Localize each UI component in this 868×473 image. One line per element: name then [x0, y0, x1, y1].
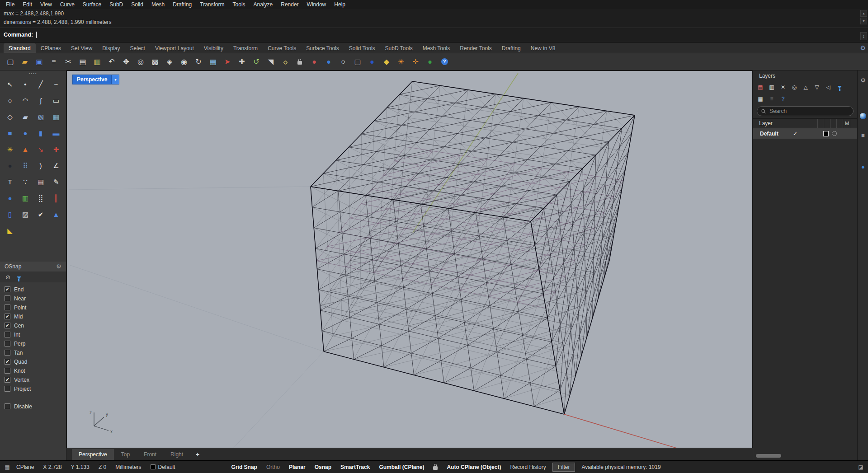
- point-button[interactable]: •: [18, 77, 33, 92]
- edit-points-button[interactable]: ∵: [18, 174, 33, 189]
- osnap-project-checkbox[interactable]: [5, 386, 10, 392]
- grid-points-button[interactable]: ⣿: [33, 191, 48, 206]
- osnap-end[interactable]: End: [5, 286, 61, 293]
- render-ball-button[interactable]: ●: [2, 191, 18, 206]
- ribbon-tab-transform[interactable]: Transform: [228, 43, 263, 53]
- menu-file[interactable]: File: [2, 0, 19, 9]
- ribbon-tab-viewport-layout[interactable]: Viewport Layout: [150, 43, 199, 53]
- pan-button[interactable]: ✥: [119, 55, 133, 69]
- lamp-button[interactable]: ☼: [278, 55, 292, 69]
- move-button[interactable]: ✚: [235, 55, 249, 69]
- extrude-button[interactable]: ▧: [33, 109, 48, 124]
- osnap-disable[interactable]: Disable: [5, 403, 61, 410]
- save-button[interactable]: ▣: [33, 55, 46, 69]
- ribbon-tab-surface-tools[interactable]: Surface Tools: [301, 43, 344, 53]
- display-panel-button[interactable]: [859, 112, 867, 120]
- smarttrack-toggle[interactable]: SmartTrack: [336, 464, 374, 470]
- paint-button[interactable]: ◆: [380, 55, 393, 69]
- osnap-quad-checkbox[interactable]: [5, 359, 10, 365]
- osnap-end-checkbox[interactable]: [5, 286, 10, 292]
- selection-filter[interactable]: Filter: [552, 463, 576, 472]
- auto-cplane-toggle[interactable]: Auto CPlane (Object): [442, 464, 505, 470]
- menu-view[interactable]: View: [36, 0, 56, 9]
- osnap-cen[interactable]: Cen: [5, 322, 61, 329]
- histogram-button[interactable]: ▥: [18, 191, 33, 206]
- ribbon-tab-subd-tools[interactable]: SubD Tools: [380, 43, 418, 53]
- circle-button[interactable]: ○: [2, 93, 18, 108]
- viewport-title-dropdown[interactable]: ▼: [111, 75, 119, 84]
- viewport-tab-top[interactable]: Top: [114, 449, 137, 460]
- menu-window[interactable]: Window: [303, 0, 330, 9]
- open-file-button[interactable]: ▰: [18, 55, 32, 69]
- print-button[interactable]: ≡: [47, 55, 61, 69]
- menu-subd[interactable]: SubD: [105, 0, 127, 9]
- menu-edit[interactable]: Edit: [19, 0, 36, 9]
- layer-material-icon[interactable]: [832, 131, 837, 136]
- scroll-up-button[interactable]: ▲: [860, 10, 867, 17]
- sun-button[interactable]: ☀: [394, 55, 408, 69]
- status-right-icon[interactable]: ◪: [856, 464, 865, 470]
- osnap-toggle[interactable]: Osnap: [310, 464, 336, 470]
- add-viewport-tab-button[interactable]: +: [190, 451, 205, 458]
- ribbon-tab-cplanes[interactable]: CPlanes: [36, 43, 66, 53]
- swatch-panel-button[interactable]: ■: [859, 131, 867, 139]
- layers-search-input[interactable]: [769, 108, 849, 115]
- arc-button[interactable]: ◠: [18, 93, 33, 108]
- units[interactable]: Millimeters: [111, 464, 146, 470]
- layer-row-default[interactable]: Default✓: [753, 128, 857, 139]
- gear-icon[interactable]: ⚙: [56, 263, 61, 270]
- paste-button[interactable]: ▥: [90, 55, 104, 69]
- move-layer-down-button[interactable]: ▽: [812, 83, 822, 92]
- lock-indicator[interactable]: [429, 464, 442, 470]
- osnap-cen-checkbox[interactable]: [5, 323, 10, 328]
- memory-readout[interactable]: Available physical memory: 1019: [577, 464, 665, 470]
- blob-button[interactable]: ●: [2, 158, 18, 173]
- osnap-mid-checkbox[interactable]: [5, 314, 10, 319]
- restore-view-button[interactable]: ➤: [221, 55, 234, 69]
- osnap-point-checkbox[interactable]: [5, 304, 10, 310]
- ortho-toggle[interactable]: Ortho: [262, 464, 284, 470]
- ribbon-tab-mesh-tools[interactable]: Mesh Tools: [418, 43, 455, 53]
- command-area[interactable]: max = 2.488,2.488,1.990dimensions = 2.48…: [0, 9, 868, 42]
- osnap-knot[interactable]: Knot: [5, 367, 61, 375]
- box-button[interactable]: ■: [2, 126, 18, 140]
- cone-button[interactable]: ▲: [48, 207, 64, 222]
- plane-button[interactable]: ▦: [48, 109, 64, 124]
- render-preview-button[interactable]: ○: [336, 55, 350, 69]
- render-button[interactable]: ●: [322, 55, 335, 69]
- coordinate-y[interactable]: Y 1.133: [66, 464, 94, 470]
- polyline-button[interactable]: ╱: [33, 77, 48, 92]
- delete-layer-button[interactable]: ✕: [778, 83, 788, 92]
- check-button[interactable]: ✔: [33, 207, 48, 222]
- new-file-button[interactable]: ▢: [4, 55, 17, 69]
- boolean-union-button[interactable]: ✚: [48, 142, 64, 157]
- command-prompt-row[interactable]: Command:: [0, 28, 868, 41]
- osnap-vertex-checkbox[interactable]: [5, 377, 10, 383]
- scale-button[interactable]: ◥: [264, 55, 278, 69]
- zoom-dynamic-button[interactable]: ◎: [134, 55, 147, 69]
- cylinder-button[interactable]: ▮: [33, 126, 48, 140]
- ribbon-tab-solid-tools[interactable]: Solid Tools: [344, 43, 380, 53]
- shaded-mode-button[interactable]: ●: [307, 55, 321, 69]
- active-layer[interactable]: Default: [146, 464, 180, 470]
- material-ball-button[interactable]: ●: [365, 55, 379, 69]
- ribbon-tab-drafting[interactable]: Drafting: [497, 43, 526, 53]
- column-chart-button[interactable]: ║: [48, 191, 64, 206]
- adjust-curve-button[interactable]: ): [33, 158, 48, 173]
- earth-button[interactable]: ●: [423, 55, 437, 69]
- copy-button[interactable]: ▤: [76, 55, 90, 69]
- osnap-point[interactable]: Point: [5, 304, 61, 311]
- scroll-down-button[interactable]: ▼: [860, 18, 867, 24]
- toolbar-grip[interactable]: ••••: [0, 72, 66, 76]
- menu-tools[interactable]: Tools: [229, 0, 250, 9]
- osnap-vertex[interactable]: Vertex: [5, 376, 61, 384]
- ribbon-tab-visibility[interactable]: Visibility: [199, 43, 228, 53]
- osnap-int[interactable]: Int: [5, 331, 61, 338]
- layer-list-header[interactable]: Layer M: [753, 118, 857, 128]
- flame-button[interactable]: ▲: [18, 142, 33, 157]
- layers-search[interactable]: [757, 106, 854, 116]
- explode-button[interactable]: ✳: [2, 142, 18, 157]
- osnap-filter-button[interactable]: [17, 274, 21, 281]
- layer-columns-button[interactable]: ▦: [755, 94, 765, 103]
- gumball-tool-button[interactable]: ✛: [409, 55, 422, 69]
